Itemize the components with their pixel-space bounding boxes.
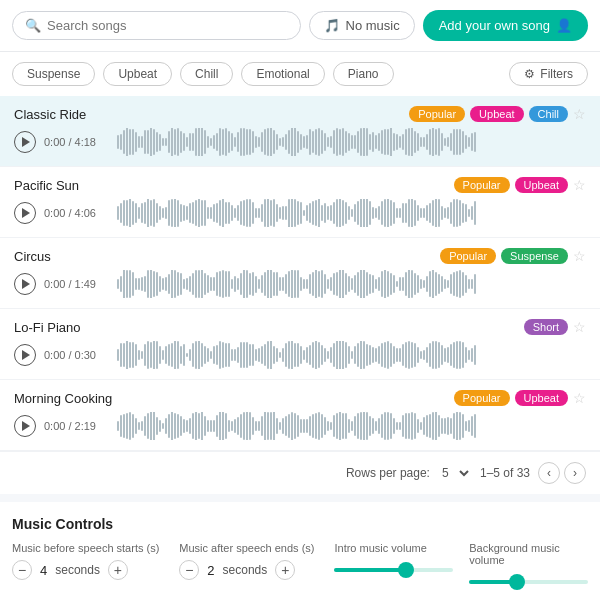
waveform-bar [204,416,206,436]
waveform-bar [234,276,236,293]
waveform-bar [234,208,236,219]
chip-chill[interactable]: Chill [180,62,233,86]
waveform-bar [135,203,137,224]
waveform-bar [168,414,170,437]
waveform-bar [189,276,191,293]
favorite-star[interactable]: ☆ [573,319,586,335]
waveform-bar [471,279,473,289]
add-song-button[interactable]: Add your own song 👤 [423,10,588,41]
waveform-bar [369,201,371,226]
waveform-bar [177,341,179,368]
waveform-bar [420,208,422,218]
waveform-bar [372,275,374,294]
waveform-bar [237,205,239,222]
waveform-bar [207,348,209,362]
waveform-bar [294,128,296,156]
waveform-bar [225,413,227,439]
favorite-star[interactable]: ☆ [573,248,586,264]
before-unit: seconds [55,563,100,577]
waveform[interactable] [117,270,586,298]
favorite-star[interactable]: ☆ [573,177,586,193]
chip-suspense[interactable]: Suspense [12,62,95,86]
before-stepper: − 4 seconds + [12,560,159,580]
song-player: 0:00 / 2:19 [14,412,586,440]
waveform-bar [234,137,236,146]
waveform-bar [276,204,278,222]
waveform-bar [156,272,158,296]
waveform-bar [357,272,359,295]
waveform-bar [378,133,380,152]
intro-volume-thumb[interactable] [398,562,414,578]
bg-volume-thumb[interactable] [509,574,525,590]
play-icon [22,279,30,289]
waveform-bar [312,342,314,369]
chip-upbeat[interactable]: Upbeat [103,62,172,86]
prev-page-button[interactable]: ‹ [538,462,560,484]
waveform-bar [348,276,350,292]
waveform-bar [453,413,455,439]
waveform-bar [378,206,380,220]
no-music-button[interactable]: 🎵 No music [309,11,415,40]
waveform-bar [186,206,188,219]
waveform-bar [423,350,425,361]
chip-emotional[interactable]: Emotional [241,62,324,86]
waveform-bar [408,270,410,298]
waveform-bar [408,413,410,439]
play-button[interactable] [14,344,36,366]
waveform[interactable] [117,199,586,227]
intro-volume-label: Intro music volume [334,542,453,554]
time-label: 0:00 / 0:30 [44,349,109,361]
play-button[interactable] [14,273,36,295]
waveform-bar [159,276,161,291]
play-button[interactable] [14,415,36,437]
waveform-bar [123,270,125,298]
next-page-button[interactable]: › [564,462,586,484]
filters-button[interactable]: ⚙ Filters [509,62,588,86]
before-decrement-button[interactable]: − [12,560,32,580]
after-decrement-button[interactable]: − [179,560,199,580]
waveform[interactable] [117,341,586,369]
waveform-bar [444,418,446,435]
waveform-bar [144,276,146,292]
waveform-bar [129,199,131,227]
waveform-bar [162,278,164,289]
waveform-bar [135,418,137,433]
waveform-bar [300,277,302,291]
waveform-bar [441,133,443,150]
waveform-bar [138,136,140,147]
waveform-bar [399,277,401,292]
waveform-bar [441,206,443,221]
favorite-star[interactable]: ☆ [573,390,586,406]
bg-volume-track[interactable] [469,580,588,584]
waveform-bar [132,272,134,295]
waveform-bar [393,275,395,292]
waveform[interactable] [117,128,586,156]
waveform-bar [147,413,149,440]
intro-volume-track[interactable] [334,568,453,572]
before-increment-button[interactable]: + [108,560,128,580]
pagination: Rows per page: 5 10 20 1–5 of 33 ‹ › [0,451,600,494]
play-button[interactable] [14,131,36,153]
waveform-bar [342,270,344,298]
after-increment-button[interactable]: + [275,560,295,580]
play-button[interactable] [14,202,36,224]
waveform-bar [171,343,173,368]
waveform-bar [144,344,146,366]
waveform-bar [324,203,326,223]
waveform-bar [132,414,134,437]
waveform-bar [135,344,137,367]
song-title: Classic Ride [14,107,86,122]
waveform-bar [432,341,434,368]
waveform-bar [417,133,419,150]
waveform-bar [117,135,119,149]
search-input[interactable] [47,18,288,33]
waveform-bar [195,200,197,226]
waveform-bar [369,416,371,436]
waveform-bar [147,270,149,298]
chip-piano[interactable]: Piano [333,62,394,86]
favorite-star[interactable]: ☆ [573,106,586,122]
waveform-bar [126,341,128,369]
waveform[interactable] [117,412,586,440]
rows-per-page-select[interactable]: 5 10 20 [438,465,472,481]
waveform-bar [267,128,269,156]
